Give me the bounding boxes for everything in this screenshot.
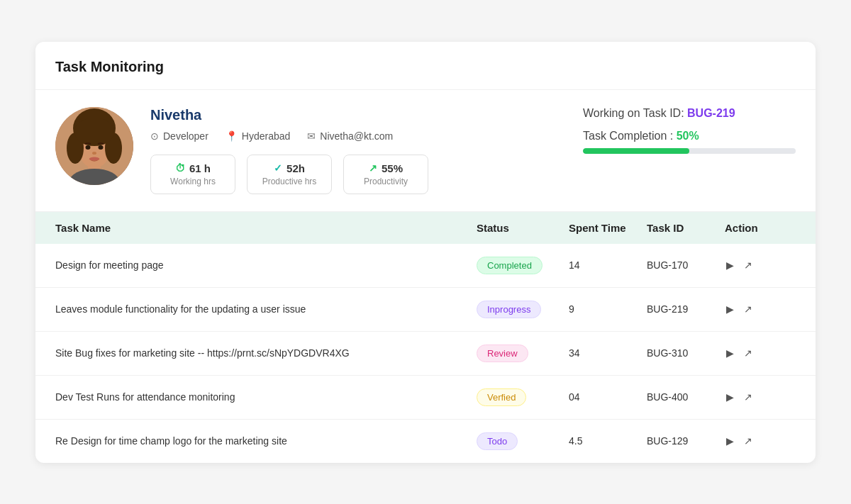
table-row: Design for meeting page Completed 14 BUG… <box>35 244 816 288</box>
play-button[interactable]: ▶ <box>725 434 735 448</box>
col-task-name: Task Name <box>55 222 477 234</box>
productive-hrs-label: Productive hrs <box>262 177 317 186</box>
action-cell: ▶ ↗ <box>725 434 796 448</box>
clock-icon: ⏱ <box>175 162 185 174</box>
productivity-value: ↗ 55% <box>358 162 413 174</box>
working-task: Working on Task ID: BUG-219 <box>583 107 796 120</box>
task-name-cell: Dev Test Runs for attendance monitoring <box>55 391 477 403</box>
spent-time-cell: 9 <box>569 303 647 315</box>
main-card: Task Monitoring <box>35 42 816 463</box>
task-name-cell: Leaves module functionality for the upda… <box>55 303 477 315</box>
play-button[interactable]: ▶ <box>725 302 735 316</box>
play-button[interactable]: ▶ <box>725 258 735 272</box>
working-hrs-label: Working hrs <box>165 177 221 186</box>
table-header: Task Name Status Spent Time Task ID Acti… <box>35 212 816 244</box>
role-item: ⊙ Developer <box>150 130 208 142</box>
col-action: Action <box>725 222 796 234</box>
open-button[interactable]: ↗ <box>742 434 754 448</box>
open-button[interactable]: ↗ <box>742 346 754 360</box>
trend-icon: ↗ <box>369 162 377 174</box>
open-button[interactable]: ↗ <box>742 302 754 316</box>
task-info-section: Working on Task ID: BUG-219 Task Complet… <box>569 107 796 154</box>
status-cell: Verfied <box>477 388 569 406</box>
email-item: ✉ Nivetha@kt.com <box>307 130 393 142</box>
status-badge: Verfied <box>477 388 526 406</box>
stats-row: ⏱ 61 h Working hrs ✓ 52h Productive hrs … <box>150 155 552 194</box>
task-id-cell: BUG-310 <box>647 347 725 359</box>
status-cell: Completed <box>477 257 569 274</box>
task-name-cell: Design for meeting page <box>55 259 477 271</box>
open-button[interactable]: ↗ <box>742 390 754 404</box>
status-badge: Inprogress <box>477 301 541 318</box>
location-icon: 📍 <box>226 130 238 142</box>
profile-name: Nivetha <box>150 107 552 123</box>
completion-pct: 50% <box>677 130 699 142</box>
location-label: Hyderabad <box>242 130 291 142</box>
table-section: Task Name Status Spent Time Task ID Acti… <box>35 212 816 463</box>
spent-time-cell: 34 <box>569 347 647 359</box>
task-completion-label: Task Completion : 50% <box>583 130 796 142</box>
profile-info: Nivetha ⊙ Developer 📍 Hyderabad ✉ Niveth… <box>150 107 552 194</box>
spent-time-cell: 14 <box>569 259 647 271</box>
spent-time-cell: 4.5 <box>569 435 647 447</box>
play-button[interactable]: ▶ <box>725 346 735 360</box>
task-name-cell: Site Bug fixes for marketing site -- htt… <box>55 347 477 359</box>
status-cell: Review <box>477 345 569 362</box>
status-cell: Inprogress <box>477 301 569 318</box>
progress-bar-fill <box>583 148 689 154</box>
avatar-container <box>55 107 133 185</box>
table-body: Design for meeting page Completed 14 BUG… <box>35 244 816 463</box>
status-cell: Todo <box>477 432 569 450</box>
productive-hrs-stat: ✓ 52h Productive hrs <box>247 155 332 194</box>
task-name-cell: Re Design for time champ logo for the ma… <box>55 435 477 447</box>
svg-point-9 <box>99 145 104 150</box>
status-badge: Review <box>477 345 528 362</box>
productive-hrs-value: ✓ 52h <box>262 162 317 174</box>
page-title: Task Monitoring <box>35 42 816 90</box>
task-id-link[interactable]: BUG-219 <box>687 107 735 119</box>
working-hrs-value: ⏱ 61 h <box>165 162 221 174</box>
table-row: Re Design for time champ logo for the ma… <box>35 420 816 463</box>
action-cell: ▶ ↗ <box>725 302 796 316</box>
col-spent-time: Spent Time <box>569 222 647 234</box>
task-id-cell: BUG-400 <box>647 391 725 403</box>
productivity-label: Productivity <box>358 177 413 186</box>
task-id-cell: BUG-129 <box>647 435 725 447</box>
svg-point-8 <box>86 145 91 150</box>
task-id-cell: BUG-170 <box>647 259 725 271</box>
status-badge: Todo <box>477 432 518 450</box>
profile-meta: ⊙ Developer 📍 Hyderabad ✉ Nivetha@kt.com <box>150 130 552 142</box>
status-badge: Completed <box>477 257 543 274</box>
productivity-stat: ↗ 55% Productivity <box>343 155 428 194</box>
working-hrs-stat: ⏱ 61 h Working hrs <box>150 155 235 194</box>
task-id-cell: BUG-219 <box>647 303 725 315</box>
profile-section: Nivetha ⊙ Developer 📍 Hyderabad ✉ Niveth… <box>35 90 816 212</box>
email-label: Nivetha@kt.com <box>320 130 393 142</box>
col-status: Status <box>477 222 569 234</box>
avatar <box>55 107 133 185</box>
email-icon: ✉ <box>307 130 316 142</box>
check-icon: ✓ <box>274 162 282 174</box>
table-row: Site Bug fixes for marketing site -- htt… <box>35 332 816 376</box>
play-button[interactable]: ▶ <box>725 390 735 404</box>
col-task-id: Task ID <box>647 222 725 234</box>
spent-time-cell: 04 <box>569 391 647 403</box>
progress-bar <box>583 148 796 154</box>
svg-point-10 <box>92 152 96 155</box>
location-item: 📍 Hyderabad <box>226 130 291 142</box>
role-label: Developer <box>163 130 208 142</box>
table-row: Leaves module functionality for the upda… <box>35 288 816 332</box>
open-button[interactable]: ↗ <box>742 258 754 272</box>
table-row: Dev Test Runs for attendance monitoring … <box>35 376 816 420</box>
svg-point-11 <box>89 157 99 160</box>
svg-point-5 <box>74 118 114 146</box>
action-cell: ▶ ↗ <box>725 258 796 272</box>
action-cell: ▶ ↗ <box>725 390 796 404</box>
action-cell: ▶ ↗ <box>725 346 796 360</box>
person-icon: ⊙ <box>150 130 159 142</box>
